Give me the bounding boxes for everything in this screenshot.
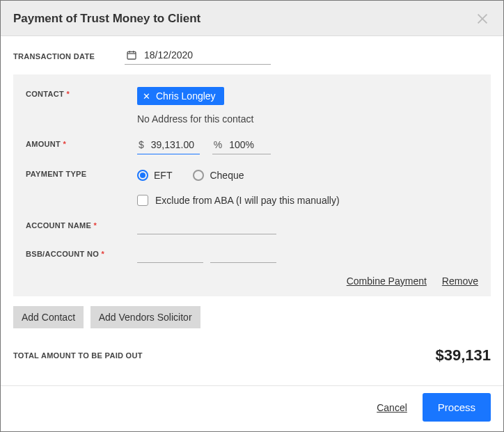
close-button[interactable]	[474, 10, 491, 27]
contact-label: CONTACT *	[26, 87, 137, 98]
payment-modal: Payment of Trust Money to Client TRANSAC…	[0, 0, 504, 432]
contact-address-note: No Address for this contact	[137, 113, 253, 125]
exclude-aba-option[interactable]: Exclude from ABA (I will pay this manual…	[137, 193, 340, 206]
transaction-date-field[interactable]	[125, 47, 271, 65]
account-name-label: ACCOUNT NAME *	[26, 218, 137, 230]
payment-type-eft-label: EFT	[154, 170, 172, 181]
amount-row: AMOUNT * $ %	[26, 137, 478, 154]
amount-group: $ %	[137, 137, 271, 154]
transaction-date-row: TRANSACTION DATE	[13, 47, 491, 65]
required-asterisk: *	[63, 140, 66, 148]
calendar-icon	[126, 49, 137, 61]
panel-links: Combine Payment Remove	[26, 275, 478, 287]
required-asterisk: *	[101, 250, 104, 258]
amount-label-text: AMOUNT	[26, 140, 61, 148]
percent-field: %	[212, 137, 271, 154]
contact-label-text: CONTACT	[26, 90, 64, 98]
add-buttons-row: Add Contact Add Vendors Solicitor	[13, 306, 491, 328]
payment-panel: CONTACT * ✕ Chris Longley No Address for…	[13, 74, 491, 296]
total-row: TOTAL AMOUNT TO BE PAID OUT $39,131	[13, 345, 491, 366]
modal-header: Payment of Trust Money to Client	[1, 1, 503, 36]
exclude-aba-label: Exclude from ABA (I will pay this manual…	[155, 195, 340, 206]
radio-icon	[193, 170, 204, 181]
radio-icon	[137, 170, 148, 181]
bsb-input[interactable]	[137, 247, 203, 263]
required-asterisk: *	[66, 90, 70, 98]
account-name-label-text: ACCOUNT NAME	[26, 221, 91, 230]
modal-body: TRANSACTION DATE CONTACT * ✕	[1, 36, 503, 385]
amount-input[interactable]	[150, 138, 198, 151]
remove-link[interactable]: Remove	[442, 275, 478, 287]
add-vendors-solicitor-button[interactable]: Add Vendors Solicitor	[90, 306, 200, 328]
chip-remove-icon[interactable]: ✕	[143, 92, 150, 101]
checkbox-icon[interactable]	[137, 195, 148, 206]
percent-symbol: %	[214, 139, 222, 150]
contact-area: ✕ Chris Longley No Address for this cont…	[137, 87, 253, 125]
percent-input[interactable]	[228, 138, 269, 151]
modal-title: Payment of Trust Money to Client	[13, 12, 200, 26]
process-button[interactable]: Process	[423, 393, 491, 422]
transaction-date-label: TRANSACTION DATE	[13, 52, 125, 61]
cancel-button[interactable]: Cancel	[377, 402, 407, 413]
combine-payment-link[interactable]: Combine Payment	[347, 275, 427, 287]
payment-type-cheque[interactable]: Cheque	[193, 170, 244, 181]
bsb-inputs	[137, 247, 276, 263]
account-no-input[interactable]	[210, 247, 276, 263]
total-label: TOTAL AMOUNT TO BE PAID OUT	[13, 351, 143, 360]
spacer	[26, 193, 137, 196]
payment-type-label: PAYMENT TYPE	[26, 167, 137, 178]
total-value: $39,131	[435, 346, 491, 365]
required-asterisk: *	[93, 221, 97, 230]
payment-type-eft[interactable]: EFT	[137, 170, 172, 181]
add-contact-button[interactable]: Add Contact	[13, 306, 84, 328]
close-icon	[475, 11, 490, 26]
contact-chip-name: Chris Longley	[156, 90, 216, 102]
svg-rect-2	[127, 51, 136, 59]
bsb-row: BSB/ACCOUNT NO *	[26, 247, 478, 263]
payment-type-row: PAYMENT TYPE EFT Cheque	[26, 167, 478, 181]
transaction-date-input[interactable]	[143, 49, 254, 61]
amount-label: AMOUNT *	[26, 137, 137, 148]
account-name-row: ACCOUNT NAME *	[26, 218, 478, 234]
payment-type-group: EFT Cheque	[137, 167, 244, 181]
payment-type-cheque-label: Cheque	[210, 170, 244, 181]
bsb-label: BSB/ACCOUNT NO *	[26, 247, 137, 258]
amount-field: $	[137, 137, 200, 154]
account-name-input[interactable]	[137, 218, 276, 234]
bsb-label-text: BSB/ACCOUNT NO	[26, 250, 99, 258]
currency-symbol: $	[139, 139, 144, 150]
modal-footer: Cancel Process	[1, 385, 503, 431]
contact-chip[interactable]: ✕ Chris Longley	[137, 87, 224, 105]
contact-row: CONTACT * ✕ Chris Longley No Address for…	[26, 87, 478, 125]
exclude-row: Exclude from ABA (I will pay this manual…	[26, 193, 478, 206]
